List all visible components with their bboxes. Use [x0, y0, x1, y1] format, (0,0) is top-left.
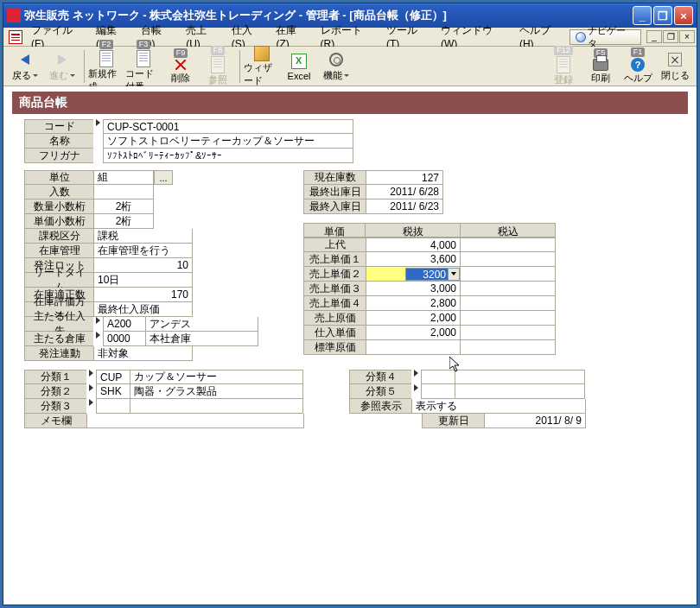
mdi-minimize-button[interactable]: _ [646, 30, 662, 43]
stockmgmt-value[interactable]: 在庫管理を行う [93, 244, 193, 258]
warehouse-picker-icon[interactable] [96, 332, 100, 339]
qty-label: 入数 [24, 185, 93, 200]
memo-value[interactable] [86, 414, 304, 428]
lastout-value: 2011/ 6/28 [366, 185, 443, 200]
warehouse-code[interactable]: 0000 [103, 332, 146, 346]
refdisp-value[interactable]: 表示する [411, 399, 586, 414]
vendor-picker-icon[interactable] [96, 317, 100, 324]
poauto-value[interactable]: 非対象 [93, 346, 193, 361]
unit-lookup-button[interactable]: ... [154, 170, 173, 185]
proper-value[interactable]: 170 [93, 288, 193, 302]
price-tax-cell[interactable] [461, 252, 556, 267]
code-picker-icon[interactable] [96, 119, 100, 126]
dec1-value[interactable]: 2桁 [93, 200, 154, 214]
tax-value[interactable]: 課税 [93, 229, 193, 244]
maximize-button[interactable]: ❐ [653, 6, 672, 25]
cat2-picker-icon[interactable] [89, 384, 93, 391]
cat2-label: 分類２ [24, 384, 86, 399]
cat1-label: 分類１ [24, 370, 86, 384]
price-tax-cell[interactable] [461, 311, 556, 326]
price-dropdown-button[interactable] [449, 268, 460, 281]
price-row-label: 売上単価１ [303, 252, 366, 267]
vendor-code[interactable]: A200 [103, 317, 146, 332]
cat4-picker-icon[interactable] [414, 370, 418, 377]
cat3-code[interactable] [96, 399, 130, 414]
eval-value[interactable]: 最終仕入原価 [93, 302, 193, 317]
price-notax-cell[interactable]: 4,000 [366, 238, 461, 252]
warehouse-name: 本社倉庫 [146, 332, 258, 346]
price-row-label: 上代 [303, 238, 366, 252]
cat5-name [455, 384, 585, 399]
price-notax-cell[interactable]: 2,000 [366, 326, 461, 340]
price-notax-cell[interactable]: 3,000 [366, 282, 461, 296]
cat3-label: 分類３ [24, 399, 86, 414]
price-tax-cell[interactable] [461, 296, 556, 311]
price-notax-cell[interactable]: 3200 [366, 267, 461, 282]
leadtime-label: リードタイム [24, 273, 93, 288]
delete-button[interactable]: F9削除 [162, 48, 199, 85]
leadtime-value[interactable]: 10日 [93, 273, 193, 288]
unit-value[interactable]: 組 [93, 170, 154, 185]
cat3-picker-icon[interactable] [89, 399, 93, 406]
function-button[interactable]: 機能 [318, 48, 354, 85]
excel-button[interactable]: Excel [281, 48, 317, 85]
price-tax-cell[interactable] [461, 326, 556, 340]
code-value[interactable]: CUP-SCT-0001 [103, 119, 353, 134]
price-tax-cell[interactable] [461, 238, 556, 252]
close-window-button[interactable]: 閉じる [657, 48, 693, 85]
app-icon [7, 9, 21, 22]
curstock-value: 127 [366, 170, 443, 185]
price-notax-cell[interactable] [366, 340, 461, 355]
qty-value[interactable] [93, 185, 154, 200]
price-header-unit: 単価 [303, 223, 366, 238]
name-value[interactable]: ソフトストロベリーティーカップ＆ソーサー [103, 134, 353, 149]
price-row: 売上単価４2,800 [303, 296, 556, 311]
price-header-tax: 税込 [461, 223, 556, 238]
cat5-picker-icon[interactable] [414, 384, 418, 391]
print-button[interactable]: F5印刷 [582, 48, 619, 85]
close-button[interactable]: × [674, 6, 693, 25]
price-row-label: 売上単価４ [303, 296, 366, 311]
dec1-label: 数量小数桁 [24, 200, 93, 214]
page-title: 商品台帳 [12, 92, 688, 114]
new-button[interactable]: F2新規作成 [88, 48, 124, 85]
cat4-code[interactable] [421, 370, 455, 384]
dec2-label: 単価小数桁 [24, 214, 93, 229]
cat5-code[interactable] [421, 384, 455, 399]
back-button[interactable]: 戻る [7, 48, 43, 85]
wizard-button[interactable]: ウィザード [244, 48, 280, 85]
price-tax-cell[interactable] [461, 340, 556, 355]
forward-button: 進む [44, 48, 80, 85]
navigator-button[interactable]: ナビゲータ [570, 29, 641, 45]
mdi-close-button[interactable]: × [679, 30, 695, 43]
cat1-code[interactable]: CUP [96, 370, 130, 384]
price-row: 標準原価 [303, 340, 556, 355]
lot-value[interactable]: 10 [93, 258, 193, 273]
vendor-label: 主たる仕入先 [24, 317, 93, 332]
warehouse-label: 主たる倉庫 [24, 332, 93, 346]
help-button[interactable]: F1?ヘルプ [620, 48, 656, 85]
refdisp-label: 参照表示 [349, 399, 411, 414]
lastout-label: 最終出庫日 [303, 185, 366, 200]
unit-label: 単位 [24, 170, 93, 185]
price-notax-cell[interactable]: 2,000 [366, 311, 461, 326]
price-notax-cell[interactable]: 2,800 [366, 296, 461, 311]
price-row-label: 売上単価２ [303, 267, 366, 282]
price-tax-cell[interactable] [461, 282, 556, 296]
price-select-value[interactable]: 3200 [405, 268, 449, 281]
mdi-restore-button[interactable]: ❐ [663, 30, 678, 43]
cat1-name: カップ＆ソーサー [130, 370, 303, 384]
app-window: 弥生販売 ネットワーク - 株式会社弥生トレーディング - 管理者 - [商品台… [3, 3, 697, 605]
minimize-button[interactable]: _ [633, 6, 652, 25]
register-button: F12登録 [545, 48, 582, 85]
dec2-value[interactable]: 2桁 [93, 214, 154, 229]
lastin-value: 2011/ 6/23 [366, 200, 443, 214]
cat1-picker-icon[interactable] [89, 370, 93, 377]
reference-button: F8参照 [200, 48, 236, 85]
price-tax-cell[interactable] [461, 267, 556, 282]
curstock-label: 現在庫数 [303, 170, 366, 185]
kana-value[interactable]: ｿﾌﾄｽﾄﾛﾍﾞﾘｰﾃｨｰｶｯﾌﾟ&ｿｰｻｰ [103, 149, 353, 163]
price-notax-cell[interactable]: 3,600 [366, 252, 461, 267]
code-button[interactable]: F3コード付番 [125, 48, 162, 85]
cat2-code[interactable]: SHK [96, 384, 130, 399]
